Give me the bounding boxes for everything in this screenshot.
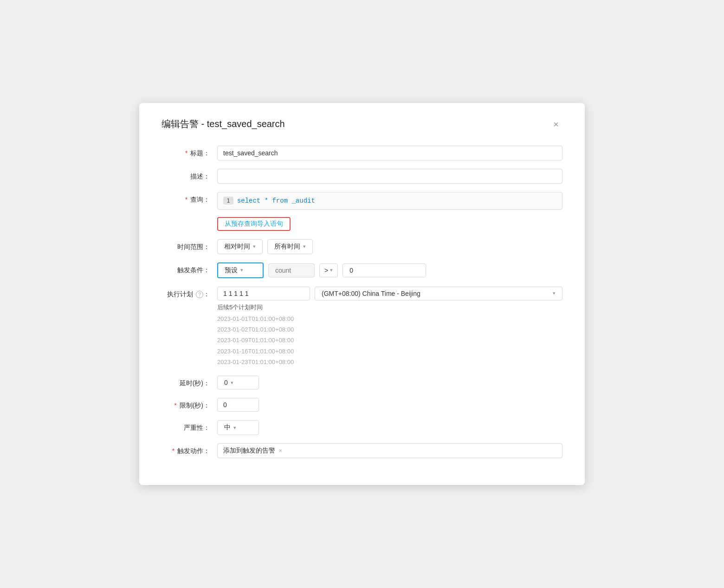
limit-row: * 限制(秒)： (162, 398, 562, 412)
chevron-down-icon: ▾ (240, 267, 243, 273)
schedule-time-5: 2023-01-23T01:01:00+08:00 (217, 357, 562, 367)
query-text: select * from _audit (237, 197, 315, 205)
schedule-time-2: 2023-01-02T01:01:00+08:00 (217, 324, 562, 335)
severity-content: 中 ▾ (217, 420, 562, 435)
desc-label: 描述： (162, 169, 217, 181)
trigger-label: 触发条件： (162, 262, 217, 275)
time-range-controls: 相对时间 ▾ 所有时间 ▾ (217, 239, 562, 254)
limit-content (217, 398, 562, 412)
timezone-select[interactable]: (GMT+08:00) China Time - Beijing ▾ (315, 287, 562, 300)
time-range-label: 时间范围： (162, 239, 217, 251)
query-content: 1 select * from _audit 从预存查询导入语句 (217, 192, 562, 231)
delay-row: 延时(秒)： 0 ▾ (162, 376, 562, 390)
action-label: * 触发动作： (162, 443, 217, 455)
query-editor[interactable]: 1 select * from _audit (217, 192, 562, 210)
modal-header: 编辑告警 - test_saved_search × (162, 118, 562, 131)
chevron-down-icon: ▾ (233, 425, 236, 431)
count-input[interactable] (268, 263, 315, 277)
threshold-input[interactable] (343, 263, 426, 277)
title-label: * 标题： (162, 146, 217, 158)
schedule-times: 2023-01-01T01:01:00+08:00 2023-01-02T01:… (217, 313, 562, 368)
trigger-content: 预设 ▾ > ▾ (217, 262, 562, 278)
schedule-content: (GMT+08:00) China Time - Beijing ▾ 后续5个计… (217, 287, 562, 368)
chevron-down-icon: ▾ (303, 243, 306, 249)
time-relative-select[interactable]: 相对时间 ▾ (217, 239, 263, 254)
schedule-time-1: 2023-01-01T01:01:00+08:00 (217, 313, 562, 324)
schedule-input[interactable] (217, 287, 310, 300)
delay-content: 0 ▾ (217, 376, 562, 390)
close-button[interactable]: × (549, 118, 562, 131)
time-range-row: 时间范围： 相对时间 ▾ 所有时间 ▾ (162, 239, 562, 254)
desc-input[interactable] (217, 169, 562, 184)
severity-label: 严重性： (162, 420, 217, 432)
chevron-down-icon: ▾ (330, 267, 333, 273)
title-row: * 标题： (162, 146, 562, 160)
schedule-hint: 后续5个计划时间 (217, 303, 562, 312)
schedule-label: 执行计划 ?： (162, 287, 217, 299)
query-row: * 查询： 1 select * from _audit 从预存查询导入语句 (162, 192, 562, 231)
action-content: 添加到触发的告警 × (217, 443, 562, 458)
time-range-content: 相对时间 ▾ 所有时间 ▾ (217, 239, 562, 254)
time-all-select[interactable]: 所有时间 ▾ (267, 239, 313, 254)
delay-select[interactable]: 0 ▾ (217, 376, 259, 390)
action-required-star: * (172, 447, 175, 454)
schedule-row: 执行计划 ?： (GMT+08:00) China Time - Beijing… (162, 287, 562, 368)
schedule-time-3: 2023-01-09T01:01:00+08:00 (217, 335, 562, 345)
delay-label: 延时(秒)： (162, 376, 217, 388)
operator-select[interactable]: > ▾ (319, 263, 338, 277)
severity-row: 严重性： 中 ▾ (162, 420, 562, 435)
edit-alert-modal: 编辑告警 - test_saved_search × * 标题： 描述： * 查… (139, 103, 585, 486)
desc-row: 描述： (162, 169, 562, 184)
action-row: * 触发动作： 添加到触发的告警 × (162, 443, 562, 458)
schedule-time-4: 2023-01-16T01:01:00+08:00 (217, 346, 562, 357)
title-input[interactable] (217, 146, 562, 160)
query-required-star: * (185, 196, 187, 203)
line-number: 1 (223, 197, 233, 205)
limit-input[interactable] (217, 398, 259, 412)
title-required-star: * (185, 149, 187, 157)
trigger-preset-select[interactable]: 预设 ▾ (217, 262, 264, 278)
trigger-row: 触发条件： 预设 ▾ > ▾ (162, 262, 562, 278)
limit-required-star: * (174, 402, 176, 409)
severity-select[interactable]: 中 ▾ (217, 420, 259, 435)
chevron-down-icon: ▾ (553, 290, 556, 296)
help-icon: ? (196, 291, 203, 298)
limit-label: * 限制(秒)： (162, 398, 217, 410)
desc-content (217, 169, 562, 184)
modal-title: 编辑告警 - test_saved_search (162, 118, 285, 130)
schedule-controls: (GMT+08:00) China Time - Beijing ▾ (217, 287, 562, 300)
trigger-controls: 预设 ▾ > ▾ (217, 262, 562, 278)
query-label: * 查询： (162, 192, 217, 204)
action-tag-close-icon[interactable]: × (279, 447, 282, 454)
title-content (217, 146, 562, 160)
import-query-button[interactable]: 从预存查询导入语句 (217, 217, 291, 231)
chevron-down-icon: ▾ (231, 380, 233, 386)
chevron-down-icon: ▾ (253, 243, 256, 249)
action-tag[interactable]: 添加到触发的告警 × (217, 443, 562, 458)
